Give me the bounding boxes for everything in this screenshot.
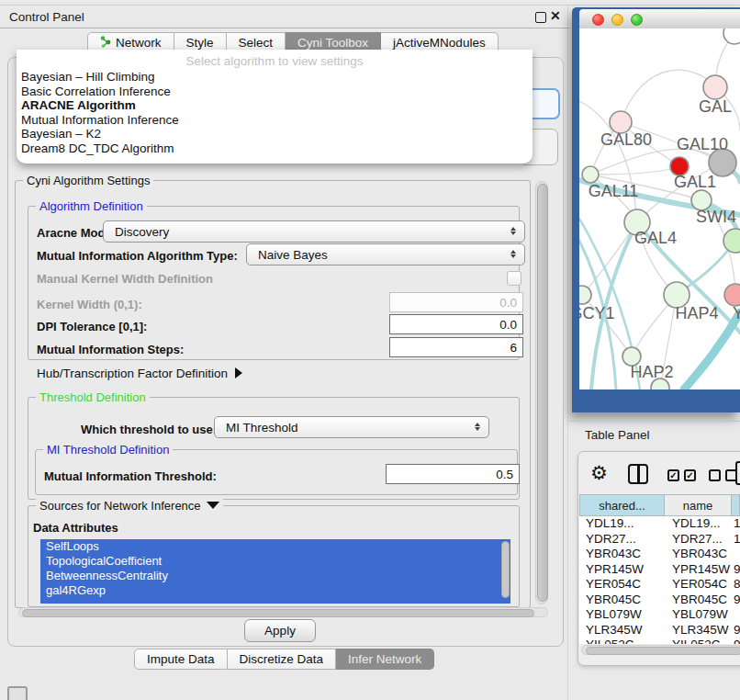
dpi-tolerance-field[interactable]: 0.0: [389, 314, 523, 334]
aracne-mode-select[interactable]: Discovery: [103, 220, 525, 243]
node-label: SWI4: [696, 208, 736, 226]
sources-expander[interactable]: Sources for Network Inference: [36, 499, 223, 513]
node-label: GAL10: [677, 135, 728, 153]
table-row[interactable]: YBL079W YBL079W: [579, 607, 740, 623]
deselect-all-icon[interactable]: [709, 469, 721, 481]
table-row[interactable]: YPR145W YPR145W 9.: [579, 562, 740, 578]
table-row[interactable]: YBR045C YBR045C 9.: [579, 593, 740, 608]
scroll-thumb[interactable]: [22, 609, 534, 617]
attributes-scrollbar[interactable]: [501, 541, 510, 598]
settings-vertical-scrollbar[interactable]: [535, 181, 548, 604]
dropdown-item-selected[interactable]: ARACNE Algorithm: [17, 98, 533, 113]
dropdown-item[interactable]: Dream8 DC_TDC Algorithm: [17, 141, 533, 156]
close-icon[interactable]: ✕: [550, 8, 561, 23]
table-row[interactable]: YLR345W YLR345W 9.: [579, 623, 740, 638]
tab-discretize-data[interactable]: Discretize Data: [228, 649, 337, 670]
mi-type-select[interactable]: Naive Bayes: [246, 243, 525, 265]
list-item[interactable]: SelfLoops: [40, 539, 510, 554]
stepper-arrows-icon: [475, 421, 481, 433]
tab-label: Style: [186, 36, 214, 50]
cell: 8.: [732, 577, 740, 593]
node-swi4[interactable]: [723, 229, 740, 253]
close-traffic-icon[interactable]: [592, 14, 604, 26]
column-header-partial[interactable]: [732, 494, 740, 516]
minimized-panel-button[interactable]: [7, 686, 28, 700]
node-unlabeled[interactable]: [723, 28, 740, 44]
tab-infer-network[interactable]: Infer Network: [336, 649, 434, 670]
dropdown-item[interactable]: Bayesian – Hill Climbing: [17, 70, 533, 85]
column-header-shared[interactable]: shared...: [579, 494, 665, 516]
which-threshold-select[interactable]: MI Threshold: [214, 416, 489, 438]
list-item[interactable]: gal4RGexp: [40, 583, 510, 598]
dropdown-item[interactable]: Mutual Information Inference: [17, 113, 533, 128]
node-label: Y: [733, 304, 740, 322]
float-window-button[interactable]: [535, 12, 546, 23]
dropdown-item[interactable]: Basic Correlation Inference: [17, 85, 533, 99]
hub-definition-label: Hub/Transcription Factor Definition: [37, 367, 228, 380]
network-view-window[interactable]: GAL GAL80 GAL10 GAL11 GAL1 SWI4 GAL4 GCY…: [572, 7, 740, 412]
select-all-check-icon[interactable]: ✓: [667, 469, 679, 481]
export-table-icon[interactable]: [735, 461, 740, 485]
mi-steps-field[interactable]: 6: [389, 337, 523, 357]
cell: 9.: [732, 623, 740, 638]
cell: [732, 547, 740, 562]
panel-divider: [567, 6, 568, 700]
gear-icon[interactable]: ⚙: [590, 462, 608, 484]
table-row[interactable]: YBR043C YBR043C: [579, 547, 740, 562]
scroll-thumb[interactable]: [537, 184, 548, 602]
network-window-titlebar[interactable]: [579, 9, 740, 29]
table-horizontal-scrollbar[interactable]: [581, 645, 740, 655]
list-item-partial[interactable]: [40, 598, 510, 604]
group-title: Threshold Definition: [36, 390, 150, 404]
settings-horizontal-scrollbar[interactable]: [18, 607, 548, 617]
list-item[interactable]: BetweennessCentrality: [40, 569, 510, 583]
dropdown-prompt: Select algorithm to view settings: [17, 53, 533, 70]
cell: YLR345W: [665, 623, 732, 638]
show-columns-icon[interactable]: [628, 464, 648, 484]
mi-threshold-field[interactable]: 0.5: [386, 464, 520, 484]
node-label: GAL11: [589, 182, 639, 200]
cell: YPR145W: [665, 562, 732, 578]
apply-button[interactable]: Apply: [244, 619, 316, 642]
table-header-row: shared... name: [579, 494, 740, 516]
network-graph: GAL GAL80 GAL10 GAL11 GAL1 SWI4 GAL4 GCY…: [579, 28, 740, 390]
cell: YER054C: [665, 577, 732, 593]
group-title: Algorithm Definition: [36, 199, 147, 213]
tab-label: Discretize Data: [240, 652, 324, 666]
minimize-traffic-icon[interactable]: [611, 14, 623, 26]
table-row[interactable]: YIL052C YIL052C 9.: [579, 638, 740, 644]
stepper-arrows-icon: [510, 248, 517, 260]
node-gal-partial[interactable]: [703, 75, 727, 99]
stepper-arrows-icon: [510, 225, 517, 237]
cell: YDL19...: [579, 516, 665, 532]
table-row[interactable]: YDR27... YDR27... 12: [579, 532, 740, 548]
dropdown-item[interactable]: Bayesian – K2: [17, 127, 533, 141]
collapse-down-icon: [207, 502, 219, 509]
mi-type-label: Mutual Information Algorithm Type:: [37, 249, 238, 263]
zoom-traffic-icon[interactable]: [631, 14, 643, 26]
manual-kernel-checkbox[interactable]: [507, 271, 521, 286]
cell: YER054C: [579, 577, 665, 593]
table-panel-title: Table Panel: [585, 428, 650, 442]
select-all-check-icon[interactable]: ✓: [684, 469, 696, 481]
algorithm-dropdown-popup: Select algorithm to view settings Bayesi…: [17, 50, 533, 164]
tab-label: Impute Data: [147, 652, 215, 666]
dpi-tolerance-label: DPI Tolerance [0,1]:: [37, 320, 147, 333]
kernel-width-field[interactable]: 0.0: [389, 292, 523, 312]
column-header-name[interactable]: name: [665, 494, 732, 516]
list-item[interactable]: TopologicalCoefficient: [40, 554, 510, 569]
network-canvas[interactable]: GAL GAL80 GAL10 GAL11 GAL1 SWI4 GAL4 GCY…: [579, 28, 740, 390]
table-row[interactable]: YER054C YER054C 8.: [579, 577, 740, 593]
hub-definition-expander[interactable]: Hub/Transcription Factor Definition: [37, 367, 242, 380]
scroll-thumb[interactable]: [586, 647, 740, 655]
group-title: Cyni Algorithm Settings: [23, 174, 153, 187]
node-y-partial[interactable]: [724, 284, 740, 306]
cell: YLR345W: [579, 623, 665, 638]
table-row[interactable]: YDL19... YDL19... 13: [579, 516, 740, 532]
node-gal11[interactable]: [582, 166, 599, 183]
cyni-bottom-tabbar: Impute Data Discretize Data Infer Networ…: [134, 649, 434, 670]
tab-impute-data[interactable]: Impute Data: [134, 649, 228, 670]
node-gcy1[interactable]: [579, 286, 591, 304]
tab-label: Infer Network: [348, 652, 421, 666]
node-label: GAL1: [674, 173, 716, 191]
